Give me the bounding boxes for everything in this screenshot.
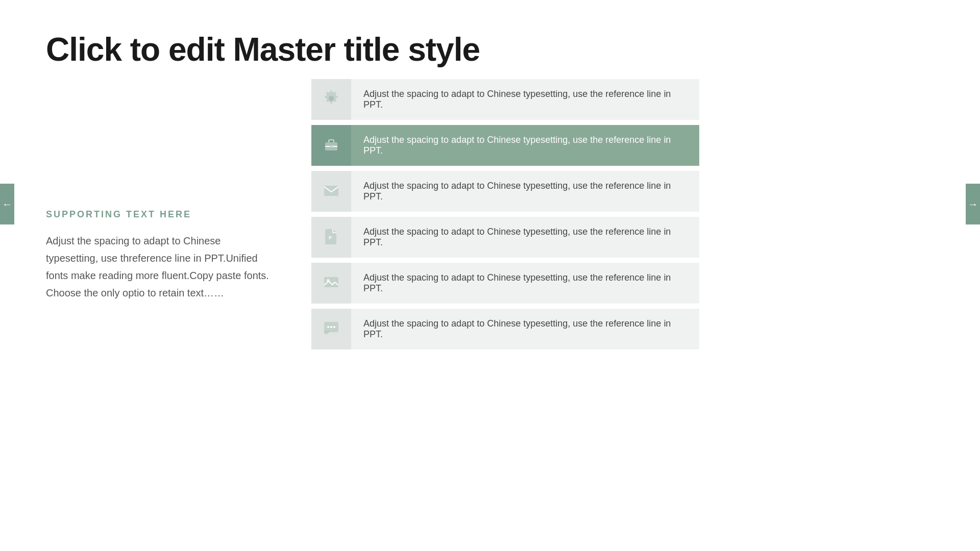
icon-box bbox=[311, 79, 351, 120]
envelope-icon bbox=[322, 181, 340, 202]
list-item-text-box: Adjust the spacing to adapt to Chinese t… bbox=[351, 263, 699, 304]
list-item[interactable]: Adjust the spacing to adapt to Chinese t… bbox=[311, 125, 699, 166]
chat-icon bbox=[322, 319, 340, 339]
briefcase-icon bbox=[322, 135, 340, 156]
list-item[interactable]: Adjust the spacing to adapt to Chinese t… bbox=[311, 263, 699, 304]
list-item-text: Adjust the spacing to adapt to Chinese t… bbox=[363, 181, 687, 202]
icon-box bbox=[311, 263, 351, 304]
list-item-text-box: Adjust the spacing to adapt to Chinese t… bbox=[351, 309, 699, 349]
supporting-label: SUPPORTING TEXT HERE bbox=[46, 209, 276, 220]
page-title[interactable]: Click to edit Master title style bbox=[46, 31, 480, 68]
list-item-text-box: Adjust the spacing to adapt to Chinese t… bbox=[351, 217, 699, 258]
list-item-text: Adjust the spacing to adapt to Chinese t… bbox=[363, 318, 687, 340]
list-item-text: Adjust the spacing to adapt to Chinese t… bbox=[363, 89, 687, 110]
list-item-text-box: Adjust the spacing to adapt to Chinese t… bbox=[351, 79, 699, 120]
settings-icon bbox=[322, 89, 340, 110]
image-icon bbox=[322, 273, 340, 293]
right-arrow-icon: → bbox=[968, 198, 978, 210]
list-container: Adjust the spacing to adapt to Chinese t… bbox=[311, 79, 699, 349]
list-item-text: Adjust the spacing to adapt to Chinese t… bbox=[363, 227, 687, 248]
icon-box bbox=[311, 125, 351, 166]
icon-box bbox=[311, 309, 351, 349]
list-item-text: Adjust the spacing to adapt to Chinese t… bbox=[363, 135, 687, 156]
supporting-body: Adjust the spacing to adapt to Chinese t… bbox=[46, 232, 276, 302]
document-icon: P bbox=[322, 227, 340, 247]
svg-point-11 bbox=[333, 326, 335, 328]
icon-box bbox=[311, 171, 351, 212]
svg-rect-3 bbox=[330, 145, 333, 147]
svg-rect-6 bbox=[324, 277, 338, 287]
list-item[interactable]: Adjust the spacing to adapt to Chinese t… bbox=[311, 309, 699, 349]
left-arrow-icon: ← bbox=[2, 198, 12, 210]
list-item-text: Adjust the spacing to adapt to Chinese t… bbox=[363, 272, 687, 294]
right-nav-button[interactable]: → bbox=[966, 184, 980, 224]
svg-point-9 bbox=[327, 326, 329, 328]
list-item[interactable]: Adjust the spacing to adapt to Chinese t… bbox=[311, 171, 699, 212]
icon-box: P bbox=[311, 217, 351, 258]
svg-text:P: P bbox=[329, 235, 332, 240]
supporting-text-block: SUPPORTING TEXT HERE Adjust the spacing … bbox=[46, 209, 276, 302]
svg-point-10 bbox=[330, 326, 332, 328]
list-item-text-box: Adjust the spacing to adapt to Chinese t… bbox=[351, 171, 699, 212]
list-item[interactable]: P Adjust the spacing to adapt to Chinese… bbox=[311, 217, 699, 258]
list-item[interactable]: Adjust the spacing to adapt to Chinese t… bbox=[311, 79, 699, 120]
left-nav-button[interactable]: ← bbox=[0, 184, 14, 224]
svg-rect-4 bbox=[324, 186, 338, 196]
list-item-text-box: Adjust the spacing to adapt to Chinese t… bbox=[351, 125, 699, 166]
